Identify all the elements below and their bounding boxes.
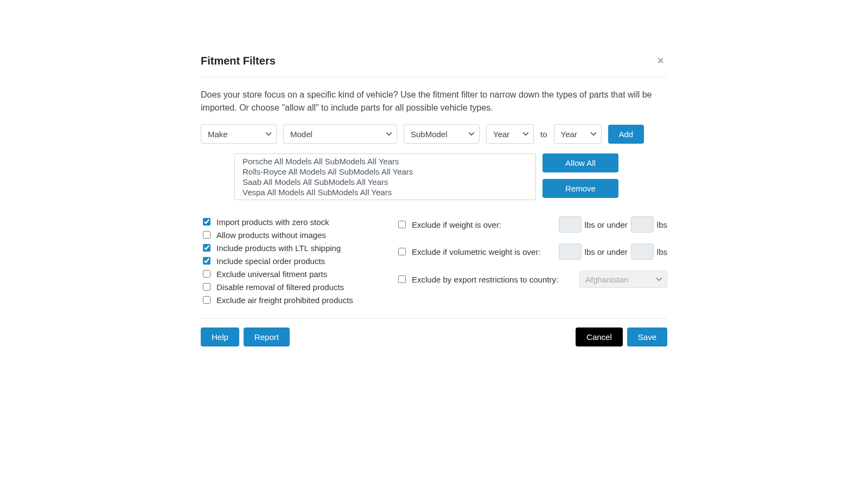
option-line[interactable]: Include products with LTL shipping	[201, 242, 374, 253]
option-line[interactable]: Import products with zero stock	[201, 216, 374, 227]
allow-all-button[interactable]: Allow All	[542, 153, 618, 172]
option-label: Include special order products	[216, 256, 325, 266]
to-label: to	[540, 130, 547, 139]
fitment-list-item[interactable]: Rolls-Royce All Models All SubModels All…	[235, 166, 535, 177]
help-button[interactable]: Help	[201, 328, 239, 346]
exclude-export-label: Exclude by export restrictions to countr…	[412, 275, 558, 284]
option-checkbox[interactable]	[203, 296, 210, 304]
remove-button[interactable]: Remove	[542, 179, 618, 198]
options-row: Import products with zero stockAllow pro…	[201, 216, 667, 307]
add-button[interactable]: Add	[608, 125, 644, 144]
volumetric-over-unit: lbs or under	[585, 247, 628, 256]
volumetric-over-input[interactable]	[559, 243, 582, 260]
option-line[interactable]: Allow products without images	[201, 229, 374, 240]
option-label: Allow products without images	[216, 230, 326, 240]
weight-under-unit: lbs	[657, 220, 667, 229]
fitment-list-item[interactable]: Volkswagen All Models All SubModels All …	[235, 197, 535, 200]
option-checkbox[interactable]	[203, 231, 210, 239]
fitment-list-item[interactable]: Vespa All Models All SubModels All Years	[235, 187, 535, 197]
option-checkbox[interactable]	[203, 257, 210, 265]
option-checkbox[interactable]	[203, 218, 210, 226]
option-label: Exclude air freight prohibited products	[216, 296, 353, 305]
weight-under-input[interactable]	[631, 216, 654, 233]
option-label: Import products with zero stock	[216, 217, 329, 227]
exclude-weight-row: Exclude if weight is over: lbs or under …	[396, 216, 667, 233]
cancel-button[interactable]: Cancel	[576, 328, 623, 346]
option-line[interactable]: Disable removal of filtered products	[201, 281, 374, 292]
close-icon[interactable]: ×	[654, 54, 667, 67]
exclude-volumetric-row: Exclude if volumetric weight is over: lb…	[396, 243, 667, 260]
option-checkbox[interactable]	[203, 270, 210, 278]
submodel-select[interactable]: SubModel	[404, 124, 480, 144]
model-select[interactable]: Model	[283, 124, 397, 144]
option-checkbox[interactable]	[203, 244, 210, 252]
report-button[interactable]: Report	[244, 328, 290, 346]
exclude-export-checkbox[interactable]	[398, 275, 406, 283]
option-line[interactable]: Exclude air freight prohibited products	[201, 294, 374, 305]
modal-header: Fitment Filters ×	[201, 54, 667, 78]
volumetric-under-unit: lbs	[657, 247, 667, 256]
volumetric-under-input[interactable]	[631, 243, 654, 260]
modal-description: Does your store focus on a specific kind…	[201, 88, 667, 114]
exclude-weight-checkbox[interactable]	[398, 221, 406, 228]
left-options: Import products with zero stockAllow pro…	[201, 216, 374, 307]
modal-body: Does your store focus on a specific kind…	[201, 78, 667, 318]
exclude-volumetric-checkbox[interactable]	[398, 248, 406, 255]
weight-over-input[interactable]	[559, 216, 582, 233]
fitment-listbox[interactable]: Porsche All Models All SubModels All Yea…	[234, 153, 536, 200]
year-from-select[interactable]: Year	[486, 124, 534, 144]
weight-over-unit: lbs or under	[585, 220, 628, 229]
make-select[interactable]: Make	[201, 124, 277, 144]
option-line[interactable]: Exclude universal fitment parts	[201, 268, 374, 279]
option-checkbox[interactable]	[203, 283, 210, 291]
fitment-selector-row: Make Model SubModel Year to Year Add	[201, 124, 667, 144]
fitment-list-item[interactable]: Saab All Models All SubModels All Years	[235, 177, 535, 187]
country-select[interactable]: Afghanistan	[579, 271, 667, 288]
exclude-volumetric-label: Exclude if volumetric weight is over:	[412, 247, 541, 256]
option-line[interactable]: Include special order products	[201, 255, 374, 266]
option-label: Include products with LTL shipping	[216, 243, 341, 253]
exclude-weight-label: Exclude if weight is over:	[412, 220, 501, 229]
modal-title: Fitment Filters	[201, 55, 276, 67]
save-button[interactable]: Save	[627, 328, 667, 346]
fitment-list-row: Porsche All Models All SubModels All Yea…	[201, 153, 667, 200]
exclude-export-row: Exclude by export restrictions to countr…	[396, 271, 667, 288]
option-label: Disable removal of filtered products	[216, 282, 344, 292]
list-side-buttons: Allow All Remove	[542, 153, 618, 200]
fitment-list-item[interactable]: Porsche All Models All SubModels All Yea…	[235, 156, 535, 166]
year-to-select[interactable]: Year	[554, 124, 602, 144]
right-options: Exclude if weight is over: lbs or under …	[396, 216, 667, 307]
modal-footer: Help Report Cancel Save	[201, 318, 667, 346]
fitment-filters-modal: Fitment Filters × Does your store focus …	[201, 54, 667, 346]
option-label: Exclude universal fitment parts	[216, 269, 327, 279]
